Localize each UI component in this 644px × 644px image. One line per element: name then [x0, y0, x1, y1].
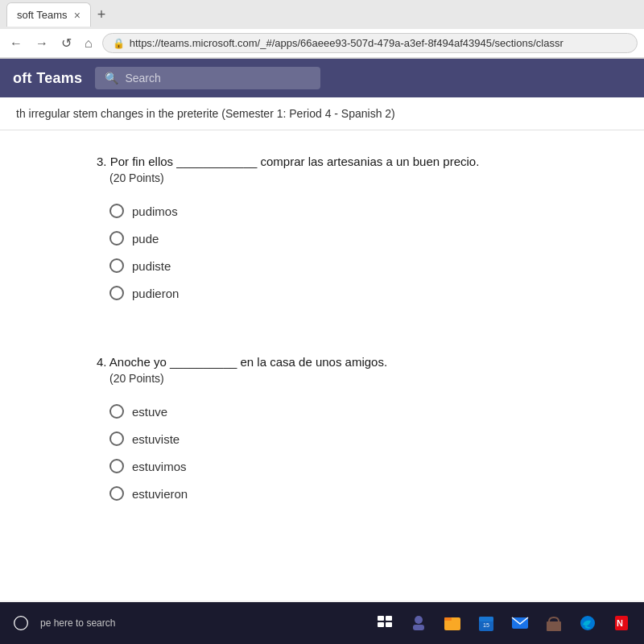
option-q3-2[interactable]: pudiste	[109, 252, 596, 279]
browser-tab[interactable]: soft Teams ×	[6, 2, 91, 27]
radio-q3-2[interactable]	[109, 258, 124, 273]
option-q3-3-label: pudieron	[132, 287, 179, 300]
netflix-icon[interactable]: N	[607, 609, 636, 638]
taskbar: pe here to search	[0, 602, 644, 644]
option-q3-3[interactable]: pudieron	[109, 279, 596, 307]
taskbar-search-hint: pe here to search	[40, 617, 115, 629]
teams-header: oft Teams 🔍	[0, 59, 644, 97]
teams-search-box[interactable]: 🔍	[95, 67, 320, 89]
question-3-points: (20 Points)	[109, 171, 596, 184]
radio-q3-1[interactable]	[109, 231, 124, 246]
question-divider	[0, 323, 644, 347]
calendar-icon[interactable]: 15	[472, 609, 501, 638]
svg-rect-10	[479, 617, 493, 621]
option-q3-1[interactable]: pude	[109, 225, 596, 252]
svg-rect-8	[444, 617, 452, 621]
option-q4-1-label: estuviste	[132, 432, 180, 446]
url-box[interactable]: 🔒 https://teams.microsoft.com/_#/apps/66…	[102, 33, 638, 53]
option-q3-0-label: pudimos	[132, 204, 178, 218]
address-bar: ← → ↺ ⌂ 🔒 https://teams.microsoft.com/_#…	[0, 29, 644, 58]
svg-rect-1	[378, 616, 384, 621]
option-q3-2-label: pudiste	[132, 259, 171, 273]
question-4-container: 4. Anoche yo __________ en la casa de un…	[0, 347, 644, 523]
option-q3-0[interactable]: pudimos	[109, 197, 596, 225]
teams-logo: oft Teams	[13, 70, 82, 87]
mail-icon[interactable]	[506, 609, 535, 638]
search-input[interactable]	[125, 72, 311, 85]
lock-icon: 🔒	[113, 38, 125, 49]
page-title: th irregular stem changes in the preteri…	[16, 107, 395, 120]
svg-rect-13	[547, 621, 561, 631]
question-4-options: estuve estuviste estuvimos estuvieron	[109, 398, 596, 507]
option-q4-3-label: estuvieron	[132, 487, 188, 501]
edge-icon[interactable]	[573, 609, 602, 638]
store-icon[interactable]	[539, 609, 568, 638]
radio-q3-3[interactable]	[109, 286, 124, 300]
radio-q4-0[interactable]	[109, 404, 124, 419]
taskbar-icons: 15 N	[370, 609, 636, 638]
option-q4-0-label: estuve	[132, 405, 167, 419]
radio-q3-0[interactable]	[109, 204, 124, 218]
svg-rect-6	[413, 625, 424, 630]
file-explorer-icon[interactable]	[438, 609, 467, 638]
svg-rect-3	[378, 622, 384, 627]
svg-rect-2	[386, 616, 392, 621]
option-q4-2-label: estuvimos	[132, 460, 187, 473]
question-3-text: 3. Por fin ellos ____________ comprar la…	[97, 155, 596, 168]
question-4-points: (20 Points)	[109, 372, 596, 385]
browser-chrome: soft Teams × + ← → ↺ ⌂ 🔒 https://teams.m…	[0, 0, 644, 59]
question-3-options: pudimos pude pudiste pudieron	[109, 197, 596, 307]
question-4-text: 4. Anoche yo __________ en la casa de un…	[97, 355, 596, 369]
option-q4-2[interactable]: estuvimos	[109, 452, 596, 480]
tab-close-button[interactable]: ×	[74, 9, 80, 22]
svg-text:N: N	[617, 618, 623, 628]
search-icon: 🔍	[105, 72, 118, 85]
refresh-button[interactable]: ↺	[58, 34, 75, 52]
option-q3-1-label: pude	[132, 232, 159, 246]
back-button[interactable]: ←	[6, 35, 26, 52]
task-view-icon[interactable]	[370, 609, 399, 638]
forward-button[interactable]: →	[32, 35, 52, 52]
svg-rect-4	[386, 622, 392, 627]
windows-start-button[interactable]	[8, 610, 34, 636]
radio-q4-3[interactable]	[109, 486, 124, 501]
tab-title: soft Teams	[17, 9, 68, 21]
radio-q4-2[interactable]	[109, 459, 124, 473]
tab-bar: soft Teams × +	[0, 0, 644, 29]
main-content: 3. Por fin ellos ____________ comprar la…	[0, 130, 644, 601]
url-text: https://teams.microsoft.com/_#/apps/66ae…	[130, 37, 564, 49]
option-q4-0[interactable]: estuve	[109, 398, 596, 425]
home-button[interactable]: ⌂	[81, 35, 96, 52]
option-q4-1[interactable]: estuviste	[109, 425, 596, 452]
page-title-bar: th irregular stem changes in the preteri…	[0, 97, 644, 130]
taskbar-start	[8, 610, 34, 636]
teams-taskbar-icon[interactable]	[404, 609, 433, 638]
radio-q4-1[interactable]	[109, 431, 124, 446]
question-3-container: 3. Por fin ellos ____________ comprar la…	[0, 147, 644, 323]
svg-text:15: 15	[483, 622, 489, 628]
new-tab-button[interactable]: +	[91, 6, 113, 23]
svg-point-5	[415, 616, 423, 624]
svg-point-0	[14, 617, 28, 630]
option-q4-3[interactable]: estuvieron	[109, 480, 596, 507]
